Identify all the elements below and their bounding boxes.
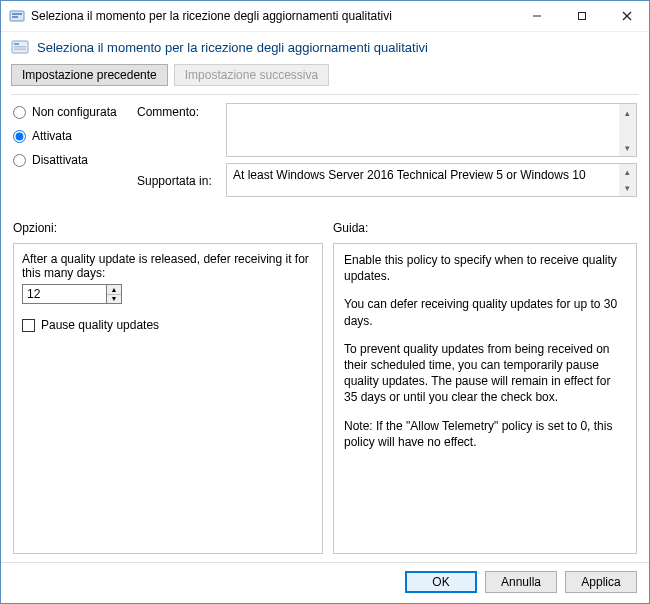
app-icon — [9, 8, 25, 24]
window-buttons — [514, 1, 649, 31]
svg-rect-1 — [12, 13, 22, 15]
help-label: Guida: — [333, 221, 637, 235]
svg-rect-9 — [14, 46, 26, 48]
upper-section: Non configurata Attivata Disattivata Com… — [1, 101, 649, 207]
next-setting-button: Impostazione successiva — [174, 64, 329, 86]
help-paragraph: Enable this policy to specify when to re… — [344, 252, 626, 284]
pause-updates-label: Pause quality updates — [41, 318, 159, 332]
window-title: Seleziona il momento per la ricezione de… — [31, 9, 514, 23]
radio-enabled[interactable]: Attivata — [13, 129, 133, 143]
cancel-button[interactable]: Annulla — [485, 571, 557, 593]
section-labels: Opzioni: Guida: — [1, 207, 649, 239]
options-panel: After a quality update is released, defe… — [13, 243, 323, 554]
radio-disabled-input[interactable] — [13, 154, 26, 167]
help-paragraph: You can defer receiving quality updates … — [344, 296, 626, 328]
radio-enabled-label: Attivata — [32, 129, 72, 143]
divider — [11, 94, 639, 95]
titlebar: Seleziona il momento per la ricezione de… — [1, 1, 649, 32]
previous-setting-button[interactable]: Impostazione precedente — [11, 64, 168, 86]
svg-rect-4 — [578, 13, 585, 20]
spinner-up-icon[interactable]: ▲ — [107, 285, 121, 295]
maximize-button[interactable] — [559, 1, 604, 31]
pause-updates-checkbox[interactable]: Pause quality updates — [22, 318, 314, 332]
close-button[interactable] — [604, 1, 649, 31]
dialog-window: Seleziona il momento per la ricezione de… — [0, 0, 650, 604]
defer-days-label: After a quality update is released, defe… — [22, 252, 314, 280]
comment-textarea[interactable]: ▴ ▾ — [226, 103, 637, 157]
help-paragraph: Note: If the "Allow Telemetry" policy is… — [344, 418, 626, 450]
defer-days-input[interactable] — [22, 284, 106, 304]
comment-scrollbar[interactable]: ▴ ▾ — [619, 104, 636, 156]
help-paragraph: To prevent quality updates from being re… — [344, 341, 626, 406]
policy-icon — [11, 38, 29, 56]
state-radios: Non configurata Attivata Disattivata — [13, 103, 133, 167]
radio-not-configured[interactable]: Non configurata — [13, 105, 133, 119]
spinner-down-icon[interactable]: ▼ — [107, 295, 121, 304]
help-panel: Enable this policy to specify when to re… — [333, 243, 637, 554]
radio-disabled-label: Disattivata — [32, 153, 88, 167]
radio-enabled-input[interactable] — [13, 130, 26, 143]
supported-scrollbar[interactable]: ▴ ▾ — [619, 164, 636, 196]
apply-button[interactable]: Applica — [565, 571, 637, 593]
radio-disabled[interactable]: Disattivata — [13, 153, 133, 167]
svg-rect-10 — [14, 49, 26, 51]
header-strip: Seleziona il momento per la ricezione de… — [1, 32, 649, 60]
minimize-button[interactable] — [514, 1, 559, 31]
supported-on-box: At least Windows Server 2016 Technical P… — [226, 163, 637, 197]
radio-not-configured-label: Non configurata — [32, 105, 117, 119]
panels: After a quality update is released, defe… — [1, 239, 649, 554]
checkbox-box[interactable] — [22, 319, 35, 332]
scroll-down-icon[interactable]: ▾ — [619, 139, 636, 156]
spinner-buttons[interactable]: ▲ ▼ — [106, 284, 122, 304]
supported-on-text: At least Windows Server 2016 Technical P… — [233, 168, 586, 182]
comment-label: Commento: — [137, 103, 222, 119]
scroll-down-icon[interactable]: ▾ — [619, 180, 636, 196]
scroll-up-icon[interactable]: ▴ — [619, 164, 636, 180]
options-label: Opzioni: — [13, 221, 333, 235]
radio-not-configured-input[interactable] — [13, 106, 26, 119]
svg-rect-2 — [12, 16, 18, 18]
supported-label: Supportata in: — [137, 172, 222, 188]
svg-rect-8 — [14, 43, 19, 45]
nav-row: Impostazione precedente Impostazione suc… — [1, 60, 649, 94]
footer: OK Annulla Applica — [1, 562, 649, 603]
ok-button[interactable]: OK — [405, 571, 477, 593]
defer-days-spinner[interactable]: ▲ ▼ — [22, 284, 314, 304]
header-title: Seleziona il momento per la ricezione de… — [37, 40, 428, 55]
scroll-up-icon[interactable]: ▴ — [619, 104, 636, 121]
